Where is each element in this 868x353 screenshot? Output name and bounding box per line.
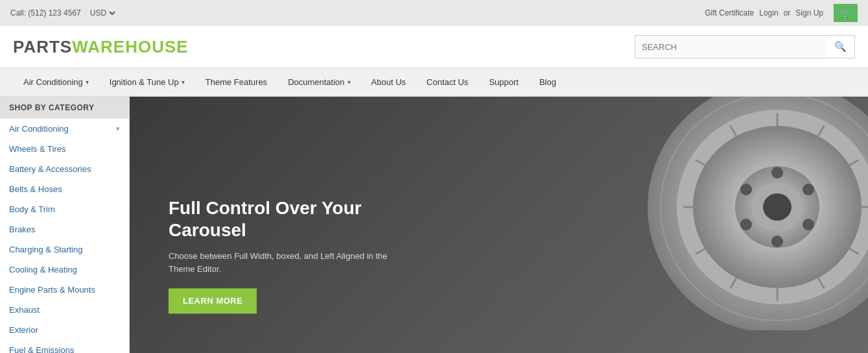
nav-item-ignition-tune-up[interactable]: Ignition & Tune Up ▾ — [99, 68, 195, 96]
sidebar-item-label: Air Conditioning — [9, 124, 69, 134]
nav-label: Theme Features — [205, 77, 267, 87]
expand-icon: ▾ — [116, 125, 120, 133]
logo-part2: WAREHOUSE — [72, 37, 188, 56]
nav-item-theme-features[interactable]: Theme Features — [195, 68, 277, 96]
sidebar-item-label: Belts & Hoses — [9, 184, 62, 194]
sidebar: SHOP BY CATEGORY Air Conditioning ▾ Whee… — [0, 97, 130, 353]
phone-number: Call: (512) 123 4567 — [10, 8, 81, 18]
nav-label: Contact Us — [427, 77, 468, 87]
sidebar-item-wheels-tires[interactable]: Wheels & Tires — [0, 139, 129, 159]
nav-item-contact-us[interactable]: Contact Us — [416, 68, 478, 96]
search-button[interactable]: 🔍 — [827, 36, 854, 58]
top-bar: Call: (512) 123 4567 USD Gift Certificat… — [0, 0, 868, 26]
gift-certificate-link[interactable]: Gift Certificate — [705, 8, 754, 18]
sidebar-item-belts-hoses[interactable]: Belts & Hoses — [0, 179, 129, 199]
main-layout: SHOP BY CATEGORY Air Conditioning ▾ Whee… — [0, 97, 868, 353]
nav-item-support[interactable]: Support — [478, 68, 529, 96]
sidebar-item-label: Body & Trim — [9, 204, 55, 214]
hero-content: Full Control Over Your Carousel Choose b… — [169, 197, 415, 313]
sidebar-item-battery-accessories[interactable]: Battery & Accessories — [0, 159, 129, 179]
nav-label: Documentation — [288, 77, 344, 87]
nav-item-about-us[interactable]: About Us — [361, 68, 416, 96]
chevron-down-icon: ▾ — [86, 79, 89, 86]
chevron-down-icon: ▾ — [182, 79, 185, 86]
sidebar-item-label: Battery & Accessories — [9, 164, 91, 174]
svg-point-9 — [803, 219, 814, 230]
svg-point-6 — [763, 193, 792, 221]
sidebar-item-label: Engine Parts & Mounts — [9, 285, 95, 295]
sidebar-item-body-trim[interactable]: Body & Trim — [0, 199, 129, 219]
hero-description: Choose between Full Width, boxed, and Le… — [169, 250, 415, 276]
sidebar-item-charging-starting[interactable]: Charging & Starting — [0, 239, 129, 260]
currency-select[interactable]: USD — [88, 8, 117, 18]
login-link[interactable]: Login — [759, 8, 778, 18]
main-nav: Air Conditioning ▾ Ignition & Tune Up ▾ … — [0, 67, 868, 97]
search-input[interactable] — [635, 37, 827, 57]
learn-more-button[interactable]: LEARN MORE — [169, 289, 257, 314]
sidebar-item-label: Fuel & Emissions — [9, 345, 74, 353]
sidebar-item-exhaust[interactable]: Exhaust — [0, 300, 129, 320]
sidebar-item-label: Cooling & Heating — [9, 265, 77, 274]
svg-point-7 — [771, 167, 783, 178]
sidebar-item-cooling-heating[interactable]: Cooling & Heating — [0, 260, 129, 280]
svg-point-11 — [740, 219, 752, 230]
content-area: Full Control Over Your Carousel Choose b… — [130, 97, 868, 353]
sidebar-item-brakes[interactable]: Brakes — [0, 219, 129, 239]
sidebar-item-label: Brakes — [9, 225, 35, 234]
sidebar-header: SHOP BY CATEGORY — [0, 97, 129, 119]
signup-link[interactable]: Sign Up — [795, 8, 823, 18]
nav-label: About Us — [371, 77, 406, 87]
nav-item-air-conditioning[interactable]: Air Conditioning ▾ — [13, 68, 99, 96]
sidebar-item-fuel-emissions[interactable]: Fuel & Emissions — [0, 340, 129, 353]
logo[interactable]: PARTSWAREHOUSE — [13, 37, 189, 57]
header: PARTSWAREHOUSE 🔍 — [0, 26, 868, 67]
sidebar-item-exterior[interactable]: Exterior — [0, 320, 129, 340]
nav-label: Ignition & Tune Up — [110, 77, 179, 87]
svg-point-8 — [803, 184, 814, 195]
logo-part1: PARTS — [13, 37, 72, 56]
or-text: or — [784, 8, 791, 18]
nav-label: Blog — [539, 77, 556, 87]
sidebar-item-engine-parts-mounts[interactable]: Engine Parts & Mounts — [0, 280, 129, 300]
top-bar-left: Call: (512) 123 4567 USD — [10, 8, 117, 18]
chevron-down-icon: ▾ — [347, 79, 351, 86]
hero-carousel: Full Control Over Your Carousel Choose b… — [130, 97, 868, 353]
hero-title: Full Control Over Your Carousel — [169, 197, 415, 241]
sidebar-item-label: Charging & Starting — [9, 245, 82, 254]
sidebar-item-air-conditioning[interactable]: Air Conditioning ▾ — [0, 119, 129, 139]
sidebar-item-label: Exterior — [9, 325, 38, 335]
nav-label: Support — [489, 77, 519, 87]
hero-image — [570, 97, 868, 330]
nav-label: Air Conditioning — [23, 77, 83, 87]
search-box: 🔍 — [635, 35, 855, 58]
nav-item-documentation[interactable]: Documentation ▾ — [277, 68, 360, 96]
nav-item-blog[interactable]: Blog — [529, 68, 567, 96]
cart-button[interactable]: 🛒 — [834, 4, 858, 22]
top-bar-right: Gift Certificate Login or Sign Up 🛒 — [705, 4, 858, 22]
sidebar-item-label: Exhaust — [9, 305, 40, 315]
sidebar-item-label: Wheels & Tires — [9, 144, 65, 154]
svg-point-12 — [740, 184, 752, 195]
svg-point-10 — [771, 236, 783, 247]
